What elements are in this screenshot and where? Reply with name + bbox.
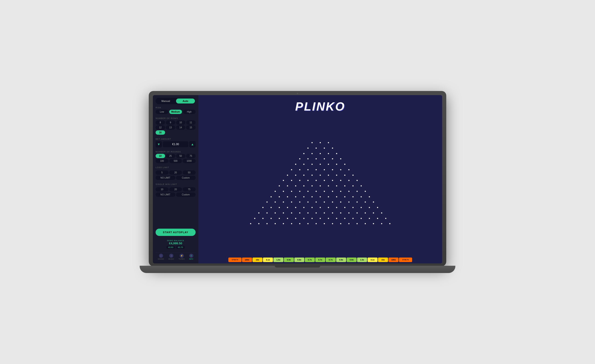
loss-custom[interactable]: Custom [176, 176, 196, 180]
chip-070[interactable]: €0.70 [176, 246, 185, 249]
win-10[interactable]: 10 [156, 187, 169, 192]
plinko-board [201, 115, 440, 256]
start-autoplay-button[interactable]: START AUTOPLAY [156, 229, 196, 236]
plinko-dot [295, 196, 296, 197]
plinko-dot [369, 196, 370, 197]
rounds-50[interactable]: 50 [176, 154, 186, 158]
plinko-dot [365, 212, 366, 213]
loss-limit-label: LOSS LIMIT [156, 166, 196, 169]
rows-grid: 8 9 10 11 12 13 14 15 16 [156, 120, 196, 135]
plinko-dot [267, 223, 268, 224]
win-75[interactable]: 75 [183, 187, 196, 192]
plinko-dot [353, 207, 354, 208]
plinko-dot [357, 212, 358, 213]
icon-music[interactable]: ♫ MUSIC [169, 254, 174, 260]
win-20[interactable]: 20 [169, 187, 182, 192]
multiplier-cell: 0.7x [315, 257, 325, 262]
plinko-dot [295, 174, 296, 176]
tab-auto[interactable]: Auto [176, 99, 195, 104]
row-11[interactable]: 11 [186, 120, 196, 125]
row-10[interactable]: 10 [176, 120, 186, 125]
plinko-dot [385, 218, 386, 219]
rows-section: NUMBER OF ROWS 8 9 10 11 12 13 14 15 16 [156, 117, 196, 135]
rounds-1000[interactable]: 1000 [183, 159, 196, 163]
loss-5[interactable]: 5 [156, 170, 169, 175]
plinko-dot [316, 202, 317, 203]
rounds-section: NUMBER OF ROUNDS 10 25 50 75 100 500 100… [156, 151, 196, 163]
plinko-dot [287, 207, 288, 208]
plinko-dot [320, 164, 321, 165]
row-9[interactable]: 9 [166, 120, 175, 125]
risk-high[interactable]: High [183, 110, 196, 114]
multiplier-cell: 3.1x [368, 257, 378, 262]
win-no-limit[interactable]: NO LIMIT [156, 193, 175, 197]
plinko-dot [316, 180, 317, 181]
plinko-dot [340, 180, 341, 181]
rounds-10[interactable]: 10 [156, 154, 165, 158]
chip-080[interactable]: €0.80 [166, 246, 175, 249]
plinko-dot [340, 169, 341, 170]
plinko-dot [303, 218, 305, 219]
row-15[interactable]: 15 [186, 125, 196, 130]
multiplier-cell: 0.7x [326, 257, 336, 262]
row-8[interactable]: 8 [156, 120, 165, 125]
plinko-dot [320, 174, 321, 176]
row-12[interactable]: 12 [156, 125, 165, 130]
icon-sound[interactable]: ♪ SOUND [158, 254, 164, 260]
risk-medium[interactable]: Medium [169, 110, 182, 114]
plinko-dot [275, 191, 276, 192]
plinko-dot [365, 191, 366, 192]
win-limit-section: SINGLE WIN LIMIT 10 20 75 NO LIMIT Custo… [156, 183, 196, 197]
rounds-75[interactable]: 75 [186, 154, 196, 158]
loss-20[interactable]: 20 [169, 170, 182, 175]
plinko-dot [324, 180, 325, 181]
info-label: INFO [189, 258, 194, 260]
plinko-dot [348, 202, 350, 203]
bet-input[interactable]: €1.00 [163, 141, 188, 147]
plinko-dot [283, 180, 284, 181]
music-icon: ♫ [169, 254, 173, 258]
multiplier-cell: 15x [378, 257, 388, 262]
plinko-dot [377, 207, 378, 208]
risk-low[interactable]: Low [156, 110, 168, 114]
multiplier-cell: 3.1x [263, 257, 273, 262]
loss-50[interactable]: 50 [183, 170, 196, 175]
icon-turbo[interactable]: ⚡ TURBO [178, 254, 185, 260]
plinko-dot [303, 164, 305, 165]
plinko-dot [328, 164, 329, 165]
win-limit-label: SINGLE WIN LIMIT [156, 183, 196, 186]
plinko-dot [369, 218, 370, 219]
music-label: MUSIC [169, 258, 174, 260]
bet-decrease[interactable]: ▼ [156, 141, 162, 147]
bet-increase[interactable]: ▲ [189, 141, 196, 147]
rounds-500[interactable]: 500 [169, 159, 182, 163]
plinko-dot [336, 174, 337, 176]
rounds-25[interactable]: 25 [166, 154, 175, 158]
plinko-dot [312, 207, 313, 208]
plinko-dot [303, 186, 305, 186]
plinko-dot [279, 196, 280, 197]
row-14[interactable]: 14 [176, 125, 186, 130]
row-13[interactable]: 13 [166, 125, 175, 130]
plinko-dot [307, 180, 309, 181]
icon-info[interactable]: ℹ INFO [189, 254, 194, 260]
plinko-dot [250, 223, 251, 224]
plinko-dot [275, 212, 276, 213]
plinko-dot [373, 223, 374, 224]
plinko-dot [348, 212, 350, 213]
multiplier-cell: 0.8x [294, 257, 304, 262]
plinko-dot [373, 202, 374, 203]
plinko-dot [287, 186, 288, 186]
rounds-100[interactable]: 100 [156, 159, 169, 163]
plinko-dot [344, 164, 346, 165]
row-16[interactable]: 16 [156, 130, 165, 135]
tab-manual[interactable]: Manual [156, 99, 175, 104]
plinko-dot [365, 202, 366, 203]
risk-buttons: Low Medium High [156, 110, 196, 114]
win-custom[interactable]: Custom [176, 193, 196, 197]
plinko-dot [291, 169, 292, 170]
loss-no-limit[interactable]: NO LIMIT [156, 176, 175, 180]
plinko-dot [291, 191, 292, 192]
plinko-dot [357, 223, 358, 224]
plinko-dot [353, 196, 354, 197]
